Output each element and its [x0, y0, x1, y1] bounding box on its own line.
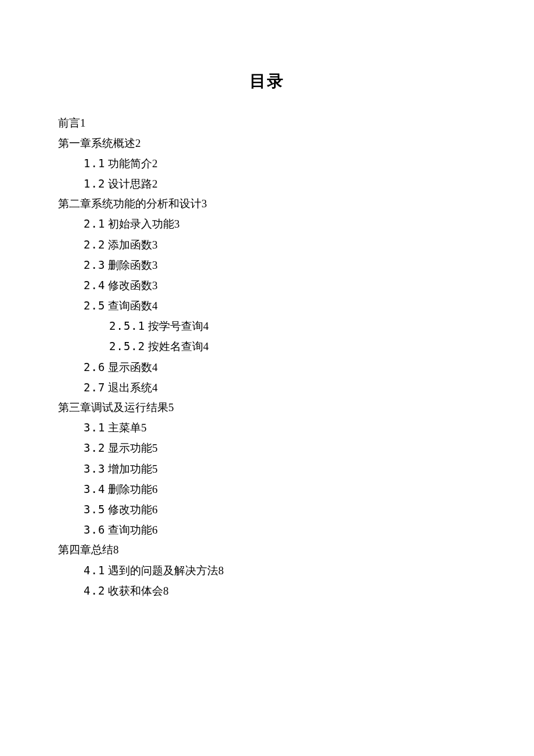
toc-entry: 2.5 查询函数4 [58, 296, 476, 316]
toc-entry: 2.4 修改函数3 [58, 275, 476, 296]
toc-entry-number: 3.1 [84, 421, 105, 434]
toc-entry-text: 第三章调试及运行结果 [58, 401, 168, 413]
toc-entry: 2.5.1 按学号查询4 [58, 316, 476, 336]
toc-entry-text: 增加功能 [108, 463, 152, 475]
toc-entry: 3.6 查询功能6 [58, 520, 476, 540]
toc-entry-text: 显示功能 [108, 442, 152, 454]
toc-entry-text: 删除函数 [108, 259, 152, 271]
toc-entry-number: 2.7 [84, 381, 105, 394]
toc-entry: 4.1 遇到的问题及解决方法8 [58, 560, 476, 581]
toc-entry-text: 显示函数 [108, 361, 152, 373]
toc-entry-page: 4 [152, 300, 158, 312]
toc-entry-text: 前言 [58, 117, 80, 129]
toc-entry-page: 6 [152, 524, 158, 536]
toc-entry-text: 第四章总结 [58, 543, 113, 556]
toc-entry-number: 1.1 [84, 157, 105, 170]
toc-entry-text: 收获和体会 [108, 585, 163, 597]
toc-entry-page: 4 [152, 381, 158, 394]
toc-entry: 第二章系统功能的分析和设计3 [58, 194, 476, 214]
toc-entry-page: 5 [141, 422, 147, 434]
toc-entry-text: 主菜单 [108, 422, 141, 434]
toc-entry: 3.5 修改功能6 [58, 499, 476, 520]
toc-entry-page: 4 [203, 340, 209, 352]
toc-entry: 第四章总结8 [58, 540, 476, 560]
toc-entry-number: 2.5.1 [109, 319, 145, 332]
toc-entry-page: 3 [174, 218, 180, 230]
toc-entry: 3.3 增加功能5 [58, 459, 476, 479]
toc-entry-page: 6 [152, 503, 158, 516]
toc-entry-number: 4.1 [84, 564, 105, 577]
toc-entry-page: 6 [152, 483, 158, 495]
toc-entry-number: 2.6 [84, 361, 105, 373]
toc-entry-text: 第二章系统功能的分析和设计 [58, 197, 201, 210]
document-title: 目录 [58, 67, 476, 96]
toc-entry: 前言1 [58, 113, 476, 133]
toc-entry-number: 2.5.2 [109, 340, 145, 352]
toc-entry-page: 2 [135, 137, 141, 149]
toc-entry-page: 1 [80, 117, 86, 129]
toc-entry-text: 设计思路 [108, 178, 152, 190]
toc-entry-page: 3 [201, 197, 207, 210]
toc-entry-text: 第一章系统概述 [58, 137, 135, 149]
toc-entry-number: 1.2 [84, 177, 105, 190]
toc-entry-page: 8 [113, 543, 119, 556]
toc-entry-text: 遇到的问题及解决方法 [108, 564, 218, 577]
toc-entry: 3.2 显示功能5 [58, 438, 476, 458]
toc-entry-page: 3 [152, 239, 158, 251]
toc-entry-page: 3 [152, 279, 158, 291]
toc-entry-page: 4 [203, 320, 209, 332]
toc-entry-number: 4.2 [84, 584, 105, 597]
toc-entry-text: 功能简介 [108, 157, 152, 170]
toc-entry-number: 2.3 [84, 258, 105, 271]
toc-entry: 1.2 设计思路2 [58, 174, 476, 194]
toc-entry: 第一章系统概述2 [58, 134, 476, 153]
toc-entry-text: 修改功能 [108, 503, 152, 516]
toc-entry-text: 按姓名查询 [148, 340, 203, 352]
toc-entry-page: 4 [152, 361, 158, 373]
toc-entry-page: 3 [152, 259, 158, 271]
toc-entry-text: 按学号查询 [148, 320, 203, 332]
toc-entry-number: 3.2 [84, 441, 105, 454]
toc-entry-number: 3.3 [84, 462, 105, 475]
toc-entry: 2.1 初始录入功能3 [58, 214, 476, 234]
toc-entry-number: 2.1 [84, 217, 105, 230]
toc-entry: 2.5.2 按姓名查询4 [58, 336, 476, 357]
toc-entry-page: 8 [218, 564, 224, 577]
toc-entry: 2.7 退出系统4 [58, 377, 476, 398]
toc-entry: 3.1 主菜单5 [58, 417, 476, 438]
toc-entry-text: 删除功能 [108, 483, 152, 495]
toc-entry: 2.2 添加函数3 [58, 235, 476, 255]
toc-entry-page: 8 [163, 585, 169, 597]
toc-entry: 2.3 删除函数3 [58, 255, 476, 275]
table-of-contents: 前言1第一章系统概述21.1 功能简介21.2 设计思路2第二章系统功能的分析和… [58, 113, 476, 601]
toc-entry-text: 查询功能 [108, 524, 152, 536]
toc-entry: 2.6 显示函数4 [58, 357, 476, 377]
toc-entry: 第三章调试及运行结果5 [58, 398, 476, 417]
toc-entry-text: 初始录入功能 [108, 218, 174, 230]
toc-entry-page: 5 [152, 442, 158, 454]
toc-entry-page: 2 [152, 178, 158, 190]
toc-entry-text: 退出系统 [108, 381, 152, 394]
toc-entry-number: 3.6 [84, 523, 105, 536]
toc-entry-page: 5 [168, 401, 174, 413]
toc-entry-page: 5 [152, 463, 158, 475]
toc-entry-number: 2.4 [84, 279, 105, 291]
toc-entry: 4.2 收获和体会8 [58, 581, 476, 601]
toc-entry-number: 2.2 [84, 238, 105, 251]
toc-entry-text: 查询函数 [108, 300, 152, 312]
toc-entry: 3.4 删除功能6 [58, 479, 476, 499]
toc-entry-number: 3.5 [84, 503, 105, 516]
toc-entry-text: 添加函数 [108, 239, 152, 251]
toc-entry: 1.1 功能简介2 [58, 153, 476, 174]
toc-entry-number: 3.4 [84, 483, 105, 495]
toc-entry-number: 2.5 [84, 299, 105, 312]
toc-entry-text: 修改函数 [108, 279, 152, 291]
toc-entry-page: 2 [152, 157, 158, 170]
